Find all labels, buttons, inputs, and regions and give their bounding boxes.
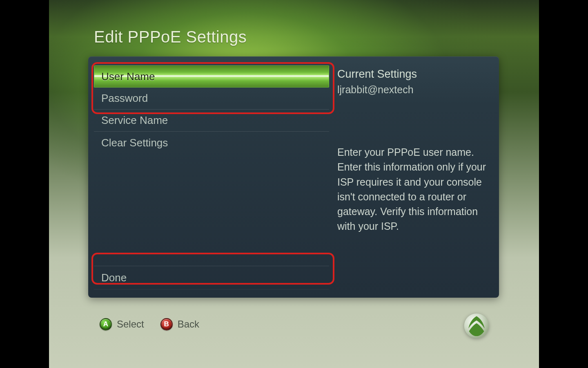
current-settings-heading: Current Settings [337,68,492,81]
info-column: Current Settings ljrabbit@nextech Enter … [337,68,492,234]
hint-back: B Back [160,318,199,330]
done-label: Done [101,272,127,284]
hint-select-label: Select [117,319,144,330]
menu-item-password[interactable]: Password [94,88,329,110]
menu-column: User Name Password Service Name Clear Se… [94,65,329,154]
screen: Edit PPPoE Settings User Name Password S… [49,0,539,368]
hint-back-label: Back [178,319,199,330]
menu-item-clear-settings[interactable]: Clear Settings [94,132,329,154]
current-settings-value: ljrabbit@nextech [337,84,492,96]
footer-hints: A Select B Back [100,318,199,330]
menu-item-label: Service Name [101,114,168,127]
menu-item-user-name[interactable]: User Name [94,65,329,88]
settings-panel: User Name Password Service Name Clear Se… [88,56,499,298]
hint-select: A Select [100,318,144,330]
b-button-icon: B [160,318,173,330]
menu-item-label: User Name [101,70,155,83]
page-title: Edit PPPoE Settings [94,28,247,46]
menu-item-label: Clear Settings [101,137,168,149]
xbox-logo-icon [463,312,490,339]
description-text: Enter your PPPoE user name. Enter this i… [337,145,492,234]
a-button-icon: A [100,318,112,330]
menu-item-service-name[interactable]: Service Name [94,110,329,132]
menu-item-label: Password [101,92,148,105]
done-button[interactable]: Done [94,266,329,289]
